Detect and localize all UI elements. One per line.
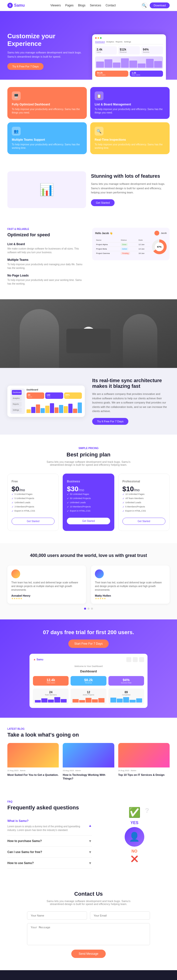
stunning-cta-button[interactable]: Get Started xyxy=(91,199,114,206)
feature-card-dashboard: 🖥️ Fully Optimized Dashboard To help imp… xyxy=(7,87,87,119)
dp-td-name-2: Project Gamma xyxy=(95,251,120,256)
stunning-content: Stunning with lots of features Samu lets… xyxy=(91,173,170,206)
pricing-feat-pro-1: ✓All Team Members xyxy=(122,497,166,500)
nav-blogs[interactable]: Blogs xyxy=(78,4,85,7)
pricing-card-pro: Professional $10/mo ✓10 Unlimited Pages … xyxy=(118,474,170,531)
testimonial-text-0: Their team has led, scaled and delivered… xyxy=(11,581,82,592)
trial-banner: 07 days free trial for first 200 users. … xyxy=(0,619,177,718)
form-field-email xyxy=(90,912,150,920)
message-textarea[interactable] xyxy=(27,923,150,945)
faq-item-3[interactable]: How to use Samu? ▼ xyxy=(7,858,92,869)
td-stat-lbl-2: Completed xyxy=(110,694,142,696)
stat-rev-val: $12k xyxy=(120,48,138,51)
testimonial-0: Their team has led, scaled and delivered… xyxy=(7,565,86,604)
stunning-section: 📊 Stunning with lots of features Samu le… xyxy=(0,162,177,218)
dash-tab-dashboard[interactable]: Dashboard xyxy=(95,41,105,43)
td-card-val-2: 94% xyxy=(110,678,142,682)
search-icon[interactable]: 🔍 xyxy=(142,2,147,8)
blog-grid: 22 Aug 2023 Admin Most Suited For You to… xyxy=(7,743,170,781)
blog-title: Take a look what's going on xyxy=(7,732,170,738)
hero-cta-button[interactable]: Try It Free For 7 Days xyxy=(7,63,43,70)
td-mini-bar-10 xyxy=(110,698,116,703)
dp-table-container: Name Status Date Project Alpha Done 12 J… xyxy=(95,238,150,255)
testimonials-grid: Their team has led, scaled and delivered… xyxy=(7,565,170,604)
faq-item-0[interactable]: What is Samu? Lorem ipsum is simply a du… xyxy=(7,816,92,835)
pricing-cta-pro[interactable]: Get Started xyxy=(122,518,166,525)
nav-viewers[interactable]: Viewers xyxy=(50,4,61,7)
nav-contact[interactable]: Contact xyxy=(105,4,116,7)
td-action-1[interactable] xyxy=(133,657,138,662)
rt-main: Dashboard 24 Teams 142 Tasks 89% Done xyxy=(27,388,82,414)
realtime-content: Its real-time sync architecture makes it… xyxy=(92,378,170,425)
td-action-2[interactable] xyxy=(139,657,144,662)
blog-card-1[interactable]: 23 Aug 2023 Admin How is Technology Work… xyxy=(63,743,114,781)
name-input[interactable] xyxy=(27,912,87,920)
dash-tab-analytics[interactable]: Analytics xyxy=(106,41,114,43)
dp-th-2: Date xyxy=(137,238,150,242)
pricing-price-business: $30/mo xyxy=(67,485,110,493)
faq-item-left-0: What is Samu? Lorem ipsum is simply a du… xyxy=(7,819,88,832)
hero-chart xyxy=(95,56,163,68)
dash-tab-reports[interactable]: Reports xyxy=(116,41,122,43)
dash-tab-settings[interactable]: Settings xyxy=(124,41,131,43)
check-icon: ✓ xyxy=(122,501,124,504)
chevron-down-icon: ▼ xyxy=(88,850,92,854)
faq-question-3: How to use Samu? xyxy=(7,861,34,865)
dp-td-date-1: 14 Jun xyxy=(137,247,150,251)
trial-cta-button[interactable]: Start Free For 7 Days xyxy=(68,640,108,648)
realtime-desc: We are a software company that provides … xyxy=(92,392,170,414)
rt-sidebar-item-1[interactable]: Analytics xyxy=(12,396,22,401)
td-stats: 24 Team Members 12 Active Projects xyxy=(33,689,144,705)
check-icon: ✓ xyxy=(122,493,124,496)
rt-sidebar-active[interactable]: Dashboard xyxy=(12,390,22,395)
email-input[interactable] xyxy=(90,912,150,920)
blog-date-1: 23 Aug 2023 xyxy=(63,770,74,772)
check-icon: ✓ xyxy=(122,497,124,500)
rt-sidebar-item-3[interactable]: Settings xyxy=(12,408,22,412)
pricing-price-free: $0/mo xyxy=(11,485,55,493)
nav-pages[interactable]: Pages xyxy=(65,4,74,7)
person-left xyxy=(20,309,59,368)
dp-badge-done: Done xyxy=(121,243,128,246)
hero-stats: 2.4k Users $12k Revenue 94% Success xyxy=(95,46,163,54)
rt-bar-3 xyxy=(40,408,45,413)
dp-header: Hello Jacob 👋 Jacob xyxy=(95,231,167,235)
dp-td-date-2: 16 Jun xyxy=(137,251,150,256)
testimonial-stars-1: ★★★★★ xyxy=(95,597,166,600)
nav-cta-button[interactable]: Download xyxy=(150,2,170,8)
pricing-cta-business[interactable]: Get Started xyxy=(67,518,110,524)
rt-sidebar-item-2[interactable]: Reports xyxy=(12,402,22,407)
dot-0[interactable] xyxy=(84,608,86,609)
send-button[interactable]: Send Message xyxy=(71,950,106,958)
optimized-item-desc-2: To help improve your productivity and sa… xyxy=(7,278,85,286)
testimonial-text-1: Their team has led, scaled and delivered… xyxy=(95,581,166,592)
td-card-lbl-2: Success Rate xyxy=(110,682,142,684)
blog-card-0[interactable]: 22 Aug 2023 Admin Most Suited For You to… xyxy=(7,743,59,781)
realtime-cta-button[interactable]: Try It Free For 7 Days xyxy=(92,418,128,425)
td-card-1: $8.2k Revenue xyxy=(71,676,106,686)
table-row: Project Alpha Done 12 Jun xyxy=(95,242,150,247)
nav-services[interactable]: Services xyxy=(90,4,101,7)
faq-item-2[interactable]: Can I use Samu for free? ▼ xyxy=(7,846,92,858)
blog-card-2[interactable]: 24 Aug 2023 Admin Top 10 Tips on IT Serv… xyxy=(118,743,170,781)
blog-section: Latest Blog Take a look what's going on … xyxy=(0,718,177,791)
td-mini-bars-0 xyxy=(35,697,67,703)
testimonial-avatar-0 xyxy=(11,570,20,578)
faq-illustration-wrapper: ✅ YES 👤 NO ❌ ? xyxy=(125,807,144,862)
blog-meta-0: 22 Aug 2023 Admin xyxy=(7,770,59,772)
dp-greeting: Hello Jacob 👋 xyxy=(95,232,113,235)
td-mini-bar-4 xyxy=(61,699,67,703)
dot-2[interactable] xyxy=(91,608,93,609)
faq-item-1[interactable]: How to purchase Samu? ▼ xyxy=(7,835,92,846)
pricing-period-free: /mo xyxy=(19,488,25,492)
td-cards: 12.4k Total Users $8.2k Revenue 94% Succ… xyxy=(33,676,144,686)
faq-answer-0: Lorem ipsum is simply a dummy text of th… xyxy=(7,824,88,832)
pricing-cta-free[interactable]: Get Started xyxy=(11,518,55,525)
dot-1[interactable] xyxy=(87,608,90,609)
logo[interactable]: S Samu xyxy=(7,3,25,8)
realtime-dashboard: Dashboard Analytics Reports Settings Das… xyxy=(7,386,85,417)
check-icon: ✓ xyxy=(11,493,13,496)
chevron-down-icon: ▼ xyxy=(88,839,92,843)
td-action-0[interactable] xyxy=(126,657,131,662)
pricing-card-free: Free $0/mo ✓5 Unlimited Pages ✓5 Unlimit… xyxy=(7,474,59,531)
